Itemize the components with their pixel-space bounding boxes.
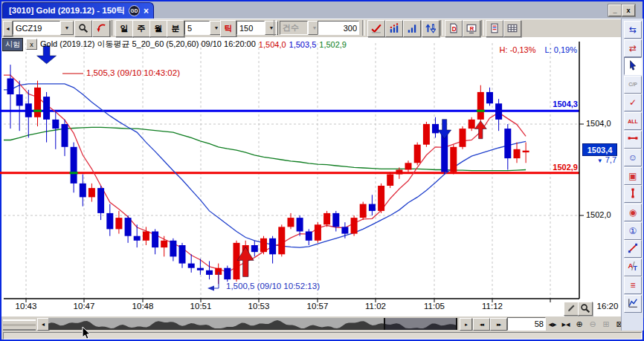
minimap[interactable] <box>48 318 457 330</box>
step-right-button[interactable]: ▸ <box>460 318 472 331</box>
toolbar-separator <box>481 20 484 36</box>
symbol-dropdown-icon[interactable]: ▼ <box>60 21 74 35</box>
page-left-button[interactable]: ◂◂ <box>473 318 490 331</box>
trendline-tool-button[interactable] <box>624 240 642 258</box>
high-low-percent: H: -0,13% L: 0,19% <box>473 45 577 54</box>
period-week-button[interactable]: 주 <box>132 20 150 37</box>
erase-all-button[interactable]: ALL <box>624 112 642 130</box>
legend-ma5-value: 1,504,0 <box>259 40 286 49</box>
cp-tool-button[interactable]: C/P <box>624 76 642 94</box>
text-tool-button[interactable]: AT <box>624 259 642 276</box>
gd-badge: GD <box>129 5 140 16</box>
tab-close-icon[interactable]: × <box>144 6 149 16</box>
x-tick-label: 11:05 <box>419 302 450 311</box>
circle-tool-button[interactable]: ◉ <box>624 204 642 221</box>
vline-tool-icon <box>628 188 638 201</box>
emoticon-tool-button[interactable]: ☺ <box>624 149 642 166</box>
period-minute-button[interactable]: 분 <box>167 20 184 37</box>
legend-ma60-value: 1,502,9 <box>319 40 347 49</box>
current-change: ▼ 7,7 <box>579 155 616 164</box>
vline-tool-button[interactable] <box>624 185 642 203</box>
minimize-icon: _ <box>613 7 616 13</box>
x-tick-label: 10:57 <box>302 302 333 311</box>
svg-text:D: D <box>452 26 457 33</box>
volume-study-button[interactable] <box>385 20 403 37</box>
chart-jump-button[interactable] <box>92 20 110 37</box>
tick-mode-button[interactable]: 틱 <box>220 20 236 37</box>
page-right-button[interactable]: ▸▸ <box>490 318 507 331</box>
left-arrow-icon: ◂ <box>42 321 45 328</box>
mouse-cursor <box>82 327 92 341</box>
close-icon: x <box>626 7 630 13</box>
toolbar-scroll-left-button[interactable]: ◂ <box>3 21 13 36</box>
rect-tool-button[interactable]: ▣ <box>624 167 642 185</box>
doc-d-button[interactable]: D <box>445 20 463 37</box>
svg-text:T: T <box>634 265 638 272</box>
erase-one-button[interactable]: ✓ <box>624 94 642 111</box>
x-tick-label: 10:48 <box>127 302 158 311</box>
magnifier-icon <box>580 303 590 315</box>
scrollbar-grip[interactable] <box>3 319 36 331</box>
period-day-button[interactable]: 일 <box>115 20 133 37</box>
symbol-combo: ▼ <box>13 21 74 35</box>
symbol-search-button[interactable] <box>74 20 92 37</box>
window-title: [3010] Gold (2019.12) - 150틱 <box>9 5 125 16</box>
ledger-button[interactable] <box>486 20 503 37</box>
low-annotation: 1,500,5 (09/10 10:52:13) <box>226 282 320 290</box>
number-tool-button[interactable]: ① <box>624 222 642 240</box>
count-combo: ▼ <box>280 21 321 35</box>
collapse-button[interactable]: ▸◂ <box>560 319 572 329</box>
indicator-check-button[interactable] <box>367 20 385 37</box>
svg-text:R: R <box>470 25 474 31</box>
grid-button[interactable] <box>503 20 521 37</box>
hline-tool-icon <box>628 133 638 146</box>
minimize-button[interactable]: _ <box>608 4 622 16</box>
tick-label: 틱 <box>225 23 233 34</box>
zoom-out-button[interactable]: ⊖ <box>587 319 599 329</box>
fibo-tool-button[interactable]: ≡ <box>624 276 642 294</box>
legend-close-icon[interactable]: x <box>26 39 37 50</box>
replay-r-button[interactable]: R <box>463 20 480 37</box>
expand-button[interactable]: ◂▸ <box>547 319 558 329</box>
symbol-input[interactable] <box>13 21 60 35</box>
number-tool-icon: ① <box>629 226 637 236</box>
toolbar-separator <box>440 20 443 36</box>
zoom-button[interactable] <box>578 302 593 316</box>
close-button[interactable]: x <box>622 4 635 16</box>
minute-input[interactable] <box>184 21 210 35</box>
scroll-left-button[interactable]: ◂ <box>37 318 49 331</box>
updown-icon <box>425 23 436 35</box>
tick-count-combo: ▼ <box>236 21 278 35</box>
layout-grid-button[interactable]: ⇄ <box>624 39 642 57</box>
window: [3010] Gold (2019.12) - 150틱 GD × _ x ◂ … <box>0 0 644 341</box>
tick-count-input[interactable] <box>236 21 265 35</box>
refresh-button[interactable]: ⇆ <box>624 21 642 39</box>
fibo-tool-icon: ≡ <box>630 280 635 290</box>
sort-updown-button[interactable] <box>422 20 439 37</box>
trendline-tool-icon <box>628 243 638 256</box>
bar-chart-icon <box>407 23 417 35</box>
refresh-icon: ⇆ <box>629 25 637 35</box>
mini-chart-tool-button[interactable] <box>624 295 642 313</box>
grid-icon <box>507 23 518 35</box>
hline-tool-button[interactable] <box>624 131 642 149</box>
period-month-button[interactable]: 월 <box>149 20 167 37</box>
legend-text: Gold (2019.12) 이동평균 5_20_60 (5,20,60) 09… <box>40 39 256 50</box>
layout-grid-icon: ⇄ <box>629 43 637 53</box>
search-icon <box>78 23 88 35</box>
pointer-tool-button[interactable] <box>624 57 642 75</box>
count-value-input[interactable] <box>318 21 359 35</box>
x-tick-label: 11:12 <box>477 302 508 311</box>
erase-all-icon: ALL <box>628 119 638 124</box>
bar-style-button[interactable] <box>403 20 421 37</box>
zoom-in-button[interactable]: ⊕ <box>573 319 585 329</box>
high-annotation: 1,505,3 (09/10 10:43:02) <box>86 68 180 77</box>
draw-button[interactable] <box>564 302 579 316</box>
count-input <box>280 21 308 35</box>
window-tab[interactable]: [3010] Gold (2019.12) - 150틱 GD × <box>2 2 154 19</box>
pencil-icon <box>567 303 576 314</box>
fit-button[interactable]: ⊞ <box>600 319 612 329</box>
visible-bars-input[interactable] <box>507 317 546 331</box>
check-icon <box>371 23 381 35</box>
doc-d-icon: D <box>448 23 459 35</box>
